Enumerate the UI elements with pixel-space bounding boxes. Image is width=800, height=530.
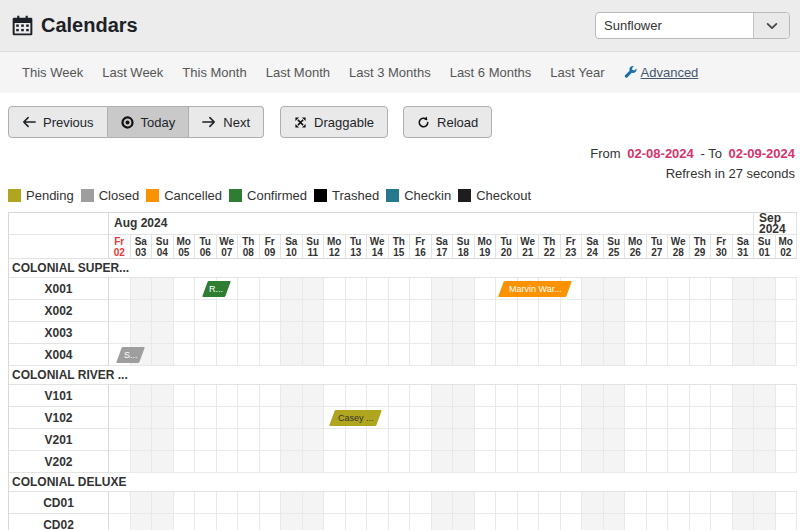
day-cell-v202-29 — [690, 451, 712, 473]
day-cell-v102-21 — [518, 407, 540, 429]
day-cell-x001-27 — [647, 278, 669, 300]
day-cell-x004-27 — [647, 344, 669, 366]
refresh-countdown: Refresh in 27 seconds — [666, 166, 795, 181]
day-cell-x004-06 — [195, 344, 217, 366]
day-header-row: Fr02Sa03Su04Mo05Tu06We07Th08Fr09Sa10Su11… — [9, 235, 797, 259]
target-circle-icon — [121, 116, 134, 129]
day-cell-cd02-17 — [432, 514, 454, 530]
day-cell-v202-04 — [152, 451, 174, 473]
day-cell-v101-12 — [324, 385, 346, 407]
filter-link-last-year[interactable]: Last Year — [550, 65, 604, 80]
previous-label: Previous — [43, 115, 94, 130]
name-column-header — [9, 235, 109, 259]
day-header-su-01: Su01 — [754, 235, 776, 259]
day-cell-v102-26 — [625, 407, 647, 429]
day-cell-v201-23 — [561, 429, 583, 451]
day-cell-cd02-29 — [690, 514, 712, 530]
advanced-link[interactable]: Advanced — [624, 65, 699, 80]
day-cell-v101-17 — [432, 385, 454, 407]
day-cell-v101-13 — [346, 385, 368, 407]
day-cell-v202-15 — [389, 451, 411, 473]
legend-swatch-checkin — [386, 189, 399, 202]
day-cell-x002-22 — [539, 300, 561, 322]
filter-link-last-month[interactable]: Last Month — [266, 65, 330, 80]
day-cell-v201-29 — [690, 429, 712, 451]
day-cell-v101-11 — [303, 385, 325, 407]
day-cell-x003-27 — [647, 322, 669, 344]
day-cell-v202-05 — [174, 451, 196, 473]
room-cells — [109, 385, 797, 407]
day-cell-x003-10 — [281, 322, 303, 344]
room-name-x003: X003 — [9, 322, 109, 344]
draggable-button[interactable]: Draggable — [280, 106, 388, 138]
day-cell-x001-02 — [109, 278, 131, 300]
toolbar: Previous Today Next D — [8, 106, 800, 138]
date-range: From 02-08-2024 - To 02-09-2024 — [590, 146, 795, 161]
next-button[interactable]: Next — [189, 106, 264, 138]
day-cell-cd01-18 — [453, 492, 475, 514]
day-cell-v101-16 — [410, 385, 432, 407]
day-cell-x002-09 — [260, 300, 282, 322]
day-cell-v201-31 — [733, 429, 755, 451]
chevron-down-icon[interactable] — [753, 13, 789, 38]
day-cell-v101-26 — [625, 385, 647, 407]
calendar-select-value: Sunflower — [596, 13, 753, 38]
day-header-th-15: Th15 — [389, 235, 411, 259]
legend-label: Confirmed — [247, 188, 307, 203]
room-name-x004: X004 — [9, 344, 109, 366]
day-header-we-14: We14 — [367, 235, 389, 259]
day-cell-x004-24 — [582, 344, 604, 366]
day-cell-x002-30 — [711, 300, 733, 322]
title-bar: Calendars Sunflower — [0, 0, 800, 52]
day-cell-v101-19 — [475, 385, 497, 407]
calendar-select[interactable]: Sunflower — [595, 12, 790, 39]
day-cell-v201-26 — [625, 429, 647, 451]
legend-item-trashed: Trashed — [314, 188, 379, 203]
day-cell-v102-07 — [217, 407, 239, 429]
reload-button[interactable]: Reload — [403, 106, 492, 138]
day-cell-x004-07 — [217, 344, 239, 366]
day-cell-v202-19 — [475, 451, 497, 473]
day-cell-x001-17 — [432, 278, 454, 300]
filter-link-last-week[interactable]: Last Week — [102, 65, 163, 80]
day-cell-x003-11 — [303, 322, 325, 344]
day-cell-x002-10 — [281, 300, 303, 322]
day-cell-cd02-14 — [367, 514, 389, 530]
day-header-sa-03: Sa03 — [131, 235, 153, 259]
filter-link-this-week[interactable]: This Week — [22, 65, 83, 80]
filter-link-this-month[interactable]: This Month — [182, 65, 246, 80]
day-cell-v102-16 — [410, 407, 432, 429]
room-cells — [109, 451, 797, 473]
day-cell-x001-31 — [733, 278, 755, 300]
day-cell-x001-01 — [754, 278, 776, 300]
filter-link-last-3-months[interactable]: Last 3 Months — [349, 65, 431, 80]
today-button[interactable]: Today — [108, 106, 190, 138]
day-cell-v202-22 — [539, 451, 561, 473]
day-cell-cd01-02 — [109, 492, 131, 514]
room-name-v201: V201 — [9, 429, 109, 451]
day-cell-v102-24 — [582, 407, 604, 429]
day-cell-cd02-01 — [754, 514, 776, 530]
day-cell-v101-24 — [582, 385, 604, 407]
day-cell-v201-12 — [324, 429, 346, 451]
day-cell-x002-29 — [690, 300, 712, 322]
day-cell-x002-23 — [561, 300, 583, 322]
booking-event-cancelled-x001[interactable]: Marvin War... — [498, 281, 572, 297]
previous-button[interactable]: Previous — [8, 106, 108, 138]
day-cell-x001-09 — [260, 278, 282, 300]
day-cell-v102-15 — [389, 407, 411, 429]
day-cell-v202-21 — [518, 451, 540, 473]
day-cell-v202-07 — [217, 451, 239, 473]
filter-link-last-6-months[interactable]: Last 6 Months — [450, 65, 532, 80]
day-header-mo-26: Mo26 — [625, 235, 647, 259]
room-cells: Casey ... — [109, 407, 797, 429]
day-cell-v101-29 — [690, 385, 712, 407]
day-cell-x002-05 — [174, 300, 196, 322]
day-cell-cd02-21 — [518, 514, 540, 530]
legend-item-pending: Pending — [8, 188, 74, 203]
booking-event-pending-v102[interactable]: Casey ... — [329, 410, 382, 426]
booking-event-label: Casey ... — [337, 410, 373, 426]
day-cell-v201-18 — [453, 429, 475, 451]
day-cell-x003-15 — [389, 322, 411, 344]
day-cell-x001-12 — [324, 278, 346, 300]
